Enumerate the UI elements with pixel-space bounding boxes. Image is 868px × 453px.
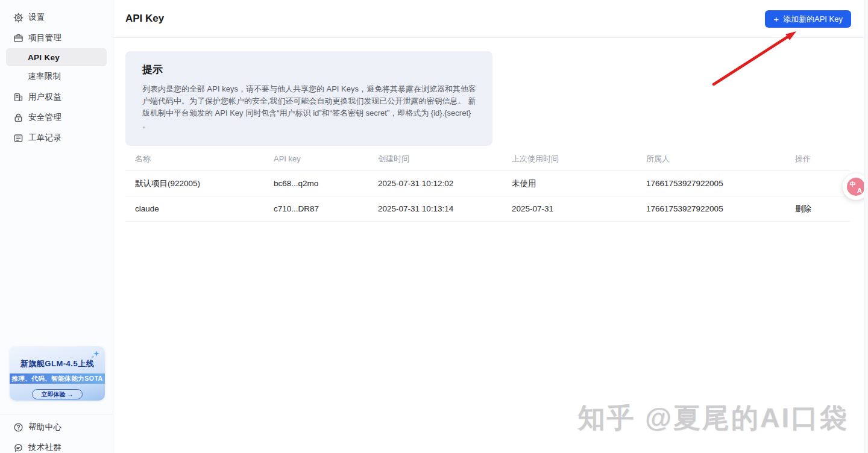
add-api-key-button-label: 添加新的API Key	[783, 14, 843, 25]
sidebar-nav: 设置 项目管理 API Key 速率限制	[0, 0, 113, 148]
add-api-key-button[interactable]: + 添加新的API Key	[765, 10, 851, 28]
chat-icon	[13, 443, 24, 453]
lock-icon	[13, 113, 24, 123]
translate-zh-glyph: 中	[850, 180, 856, 189]
sidebar-item-label: 技术社群	[28, 442, 61, 453]
api-key-table: 名称 API key 创建时间 上次使用时间 所属人 操作 默认项目(92200…	[125, 147, 850, 222]
translate-en-glyph: A	[857, 187, 862, 194]
sidebar-item-label: 帮助中心	[28, 422, 61, 433]
plus-icon: +	[773, 14, 779, 23]
sidebar-item-api-key[interactable]: API Key	[6, 48, 107, 66]
promo-cta-button[interactable]: 立即体验 →	[32, 389, 83, 399]
tip-title: 提示	[142, 63, 478, 77]
cell-api-key: bc68...q2mo	[274, 179, 378, 188]
scrollbar[interactable]	[864, 0, 868, 453]
sidebar-item-settings[interactable]: 设置	[0, 7, 113, 28]
col-name: 名称	[125, 154, 274, 164]
col-owner: 所属人	[646, 154, 795, 164]
col-created: 创建时间	[378, 154, 512, 164]
sidebar-item-label: 项目管理	[28, 33, 61, 43]
sidebar-divider	[0, 414, 113, 414]
sidebar-item-label: 速率限制	[28, 71, 61, 82]
sidebar-item-help-center[interactable]: 帮助中心	[0, 417, 113, 437]
table-header-row: 名称 API key 创建时间 上次使用时间 所属人 操作	[125, 147, 850, 171]
cell-name: claude	[125, 204, 274, 213]
sparkle-icon	[90, 350, 100, 362]
sidebar-item-user-benefits[interactable]: 用户权益	[0, 87, 113, 107]
sidebar-item-label: 用户权益	[28, 92, 61, 102]
cell-owner: 17661753927922005	[646, 179, 795, 188]
sidebar: 设置 项目管理 API Key 速率限制	[0, 0, 113, 453]
sidebar-item-security[interactable]: 安全管理	[0, 107, 113, 128]
cell-last-used: 2025-07-31	[512, 204, 646, 213]
question-icon	[13, 422, 24, 433]
gear-icon	[13, 13, 24, 23]
delete-link[interactable]: 删除	[795, 204, 850, 214]
sidebar-item-label: 设置	[28, 12, 45, 23]
page-title: API Key	[125, 13, 164, 25]
sidebar-item-label: 工单记录	[28, 133, 61, 143]
sidebar-item-rate-limit[interactable]: 速率限制	[0, 66, 113, 87]
table-row: 默认项目(922005) bc68...q2mo 2025-07-31 10:1…	[125, 171, 850, 196]
tip-card: 提示 列表内是您的全部 API keys，请不要与他人共享您的 API Keys…	[125, 51, 492, 146]
ticket-icon	[13, 133, 24, 143]
cell-owner: 17661753927922005	[646, 204, 795, 213]
zhihu-watermark: 知乎 @夏尾的AI口袋	[578, 400, 849, 436]
sidebar-item-label: 安全管理	[28, 112, 61, 123]
col-last-used: 上次使用时间	[512, 154, 646, 164]
sidebar-item-tech-community[interactable]: 技术社群	[0, 437, 113, 453]
bank-icon	[13, 92, 24, 102]
glm-promo-card[interactable]: 新旗舰GLM-4.5上线 推理、代码、智能体能力SOTA 立即体验 →	[10, 346, 105, 401]
cell-name: 默认项目(922005)	[125, 178, 274, 189]
main-panel: API Key + 添加新的API Key 提示 列表内是您的全部 API ke…	[113, 0, 868, 453]
translate-icon: 中 A	[847, 178, 865, 196]
tip-body: 列表内是您的全部 API keys，请不要与他人共享您的 API Keys，避免…	[142, 83, 478, 131]
col-api-key: API key	[274, 154, 378, 163]
briefcase-icon	[13, 33, 24, 43]
promo-subtitle: 推理、代码、智能体能力SOTA	[10, 373, 105, 384]
cell-created: 2025-07-31 10:12:02	[378, 179, 512, 188]
table-row: claude c710...DR87 2025-07-31 10:13:14 2…	[125, 196, 850, 222]
page-header: API Key + 添加新的API Key	[113, 0, 868, 38]
sidebar-item-projects[interactable]: 项目管理	[0, 28, 113, 48]
sidebar-item-tickets[interactable]: 工单记录	[0, 128, 113, 148]
cell-api-key: c710...DR87	[274, 204, 378, 213]
sidebar-footer: 帮助中心 技术社群	[0, 417, 113, 453]
cell-last-used: 未使用	[512, 178, 646, 189]
cell-created: 2025-07-31 10:13:14	[378, 204, 512, 213]
col-actions: 操作	[795, 154, 850, 164]
sidebar-item-label: API Key	[28, 53, 60, 62]
